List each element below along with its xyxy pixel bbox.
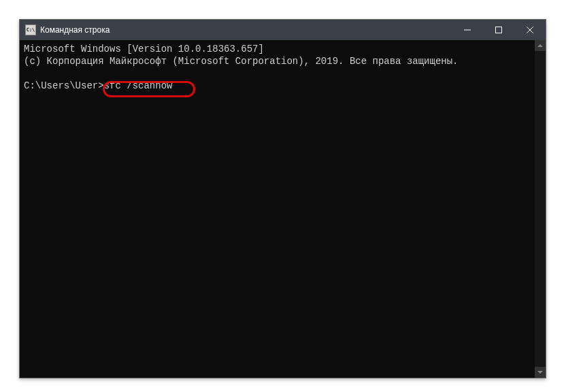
vertical-scrollbar[interactable]: [535, 40, 546, 378]
titlebar[interactable]: C:\ Командная строка: [20, 20, 546, 40]
window-title: Командная строка: [40, 25, 452, 35]
chevron-up-icon: [537, 44, 543, 47]
scrollbar-down-button[interactable]: [535, 367, 546, 378]
window-controls: [452, 20, 546, 40]
close-button[interactable]: [514, 20, 546, 40]
command-prompt-window: C:\ Командная строка Microsoft: [19, 19, 546, 378]
cmd-icon: C:\: [25, 24, 36, 35]
scrollbar-up-button[interactable]: [535, 40, 546, 51]
minimize-icon: [464, 27, 471, 33]
terminal-content: Microsoft Windows [Version 10.0.18363.65…: [20, 40, 546, 95]
terminal-body[interactable]: Microsoft Windows [Version 10.0.18363.65…: [20, 40, 546, 378]
chevron-down-icon: [537, 371, 543, 374]
minimize-button[interactable]: [452, 20, 483, 40]
version-line: Microsoft Windows [Version 10.0.18363.65…: [24, 44, 264, 54]
svg-rect-1: [496, 27, 502, 33]
copyright-line: (c) Корпорация Майкрософт (Microsoft Cor…: [24, 56, 459, 67]
maximize-icon: [495, 27, 502, 33]
command-input[interactable]: sfc /scannow: [104, 80, 173, 91]
close-icon: [527, 27, 533, 33]
maximize-button[interactable]: [483, 20, 514, 40]
prompt: C:\Users\User>: [24, 80, 104, 91]
